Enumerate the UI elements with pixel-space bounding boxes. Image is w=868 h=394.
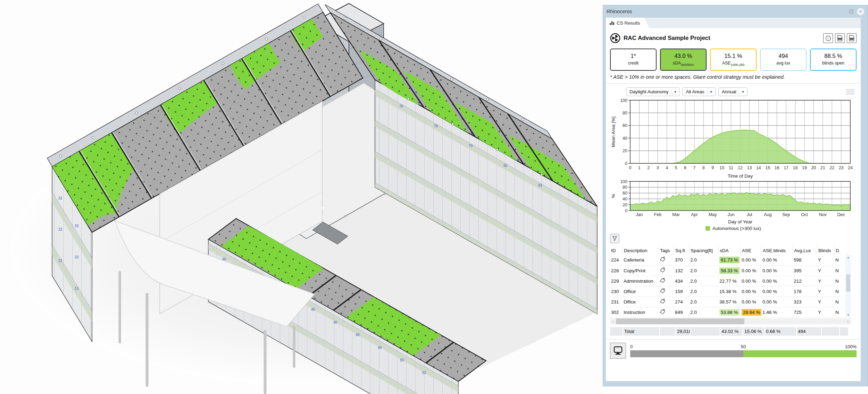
cell-description: Caferteria bbox=[623, 255, 659, 265]
svg-text:40: 40 bbox=[623, 197, 627, 202]
svg-text:9: 9 bbox=[711, 165, 714, 170]
period-dropdown[interactable]: Annual ▼ bbox=[718, 87, 748, 96]
total-cell bbox=[691, 327, 720, 336]
cell-d: N bbox=[834, 307, 843, 317]
table-row[interactable]: 224Caferteria3702.061.73 %0.00 %0.00 %59… bbox=[610, 255, 843, 265]
scroll-down-icon[interactable]: ▼ bbox=[847, 312, 850, 317]
svg-text:13: 13 bbox=[75, 286, 79, 290]
cell-blinds: Y bbox=[817, 265, 834, 276]
area-dropdown[interactable]: All Areas ▼ bbox=[682, 87, 715, 96]
chevron-down-icon: ▼ bbox=[674, 90, 677, 94]
cell-blinds: Y bbox=[817, 255, 834, 265]
cell-sda: 53.88 % bbox=[718, 307, 741, 317]
column-header-aseb[interactable]: ASE.blinds bbox=[761, 246, 793, 255]
metric-card-sda[interactable]: 43.0 % sDA300/50% bbox=[660, 49, 707, 71]
bottom-bar: 0 50 100% bbox=[606, 339, 861, 359]
info-button[interactable]: i bbox=[823, 33, 833, 43]
cell-sqft: 274 bbox=[674, 297, 689, 307]
scale-mid: 50 bbox=[741, 344, 746, 349]
scroll-left-icon[interactable]: ‹ bbox=[610, 318, 616, 324]
time-of-day-chart[interactable]: 0123456789101112131415161718192021222324… bbox=[610, 97, 855, 179]
table-header-row: IDDescriptionTagsSq.ftSpacing[ft]sDAASEA… bbox=[610, 246, 843, 255]
tab-cs-results[interactable]: CS Results bbox=[606, 18, 649, 28]
cell-avg-lux: 323 bbox=[793, 297, 817, 307]
table-row[interactable]: 230Office1592.015.38 %0.00 %0.00 %178YN bbox=[610, 286, 843, 297]
metric-dropdown[interactable]: Daylight Autonomy ▼ bbox=[626, 87, 679, 96]
svg-text:CSV: CSV bbox=[838, 38, 841, 40]
cell-id: 224 bbox=[610, 255, 623, 265]
panel-titlebar[interactable]: Rhinoceros ⚙ ✕ bbox=[603, 5, 868, 18]
total-cell: 15.06 % bbox=[743, 327, 764, 336]
cell-sda: 38.57 % bbox=[718, 297, 741, 307]
svg-text:7: 7 bbox=[693, 165, 695, 170]
tag-icon bbox=[659, 309, 666, 315]
building-model: 32 33 22 23 12 13 bbox=[0, 0, 603, 394]
metric-card-blinds-open[interactable]: 88.5 % blinds open bbox=[810, 49, 857, 71]
scroll-up-icon[interactable]: ▲ bbox=[847, 255, 850, 260]
cell-description: Copy/Print bbox=[623, 265, 659, 276]
column-header-spacing[interactable]: Spacing[ft] bbox=[689, 246, 718, 255]
cell-blinds: Y bbox=[817, 297, 834, 307]
cell-id: 231 bbox=[610, 297, 623, 307]
cell-d: N bbox=[834, 297, 843, 307]
svg-text:10: 10 bbox=[719, 165, 724, 170]
svg-text:20: 20 bbox=[623, 203, 627, 207]
svg-text:0: 0 bbox=[625, 161, 627, 166]
cell-sqft: 159 bbox=[674, 286, 689, 297]
table-row[interactable]: 231Office2742.038.57 %0.00 %0.00 %323YN bbox=[610, 297, 843, 307]
table-row[interactable]: 229Administration4342.022.77 %0.00 %0.00… bbox=[610, 276, 843, 286]
chart-menu-icon[interactable] bbox=[846, 89, 854, 94]
column-header-id[interactable]: ID bbox=[610, 246, 623, 255]
cell-ase: 0.00 % bbox=[741, 276, 761, 286]
display-mode-button[interactable] bbox=[610, 343, 626, 359]
table-row[interactable]: 302Instruction8492.053.88 %28.64 %1.46 %… bbox=[610, 307, 843, 317]
column-header-sda[interactable]: sDA bbox=[718, 246, 741, 255]
total-cell: Total bbox=[623, 327, 659, 336]
svg-text:18: 18 bbox=[793, 165, 798, 170]
cell-ase-blinds: 0.00 % bbox=[761, 276, 793, 286]
rhino-3d-viewport[interactable]: 32 33 22 23 12 13 bbox=[0, 0, 603, 394]
column-header-lux[interactable]: Avg.Lux bbox=[793, 246, 817, 255]
metric-card-avg-lux[interactable]: 494 avg lux bbox=[760, 49, 807, 71]
table-row[interactable]: 228Copy/Print1322.058.33 %0.00 %0.00 %39… bbox=[610, 265, 843, 276]
export-csv-button[interactable]: CSV bbox=[835, 33, 845, 43]
cell-sda: 58.33 % bbox=[718, 265, 741, 276]
close-icon[interactable]: ✕ bbox=[857, 8, 864, 15]
svg-text:76: 76 bbox=[399, 104, 403, 108]
filter-button[interactable] bbox=[610, 234, 619, 243]
day-of-year-chart[interactable]: JanFebMarAprMayJunJulAugSepOctNovDec0204… bbox=[610, 179, 855, 225]
tag-icon bbox=[659, 277, 666, 283]
svg-text:22: 22 bbox=[58, 228, 62, 231]
column-header-d[interactable]: D bbox=[834, 246, 843, 255]
export-pdf-button[interactable]: PDF bbox=[847, 33, 857, 43]
svg-text:2: 2 bbox=[647, 165, 650, 170]
column-header-desc[interactable]: Description bbox=[623, 246, 659, 255]
metric-card-ase[interactable]: 15.1 % ASE1000,250 bbox=[710, 49, 757, 71]
column-header-sqft[interactable]: Sq.ft bbox=[674, 246, 689, 255]
ase-footnote: * ASE > 10% in one or more spaces. Glare… bbox=[610, 74, 857, 80]
cell-ase-blinds: 0.00 % bbox=[761, 297, 793, 307]
total-cell: 0.66 % bbox=[765, 327, 796, 336]
svg-text:Mar: Mar bbox=[672, 212, 680, 217]
svg-text:46: 46 bbox=[333, 320, 337, 324]
cell-ase: 28.64 % bbox=[741, 307, 761, 317]
table-horizontal-scrollbar[interactable]: ‹ › bbox=[610, 318, 851, 324]
column-header-ase[interactable]: ASE bbox=[741, 246, 761, 255]
scroll-right-icon[interactable]: › bbox=[845, 318, 851, 324]
panel-title: Rhinoceros bbox=[607, 9, 848, 14]
cell-avg-lux: 212 bbox=[793, 276, 817, 286]
table-vertical-scrollbar[interactable]: ▲ ▼ bbox=[845, 255, 851, 317]
cs-results-content: RAC Advanced Sample Project i CSV bbox=[606, 28, 861, 381]
total-cell bbox=[822, 327, 839, 336]
svg-text:Sep: Sep bbox=[782, 212, 790, 217]
svg-text:0: 0 bbox=[629, 165, 632, 170]
scrollbar-thumb[interactable] bbox=[616, 318, 744, 324]
column-header-tags[interactable]: Tags bbox=[659, 246, 674, 255]
column-header-blinds[interactable]: Blinds bbox=[817, 246, 834, 255]
svg-text:0: 0 bbox=[625, 208, 627, 213]
gear-icon[interactable]: ⚙ bbox=[848, 8, 854, 16]
metric-card-credit[interactable]: 1* credit bbox=[610, 49, 657, 71]
svg-text:60: 60 bbox=[623, 191, 627, 196]
tag-icon bbox=[659, 298, 666, 304]
scrollbar-thumb[interactable] bbox=[846, 274, 850, 292]
